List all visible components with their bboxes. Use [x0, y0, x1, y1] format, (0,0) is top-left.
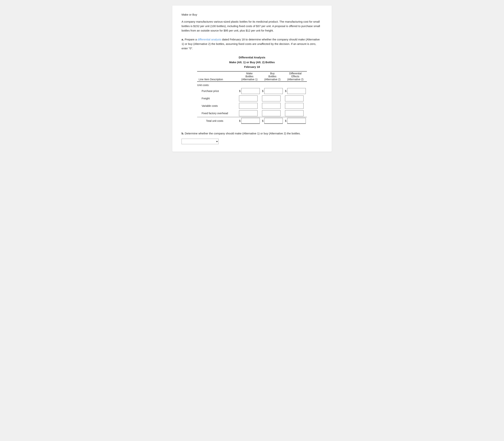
fixed-factory-make-cell [238, 110, 261, 117]
purchase-price-buy-wrap: $ [262, 88, 283, 94]
purchase-price-buy-input[interactable] [264, 88, 283, 94]
purchase-price-diff-wrap: $ [285, 88, 306, 94]
table-row-total: Total unit costs $ $ [197, 117, 307, 125]
variable-costs-make-input[interactable] [239, 103, 258, 109]
table-row-purchase-price: Purchase price $ $ [197, 87, 307, 95]
fixed-factory-buy-cell [261, 110, 284, 117]
fixed-factory-make-wrap [239, 110, 260, 116]
total-diff-wrap: $ [285, 118, 306, 124]
freight-label: Freight [197, 95, 238, 102]
dollar-sign-total-1: $ [239, 119, 241, 122]
col-line-item-header: Line Item Description [197, 71, 238, 81]
variable-costs-diff-input[interactable] [285, 103, 304, 109]
question-a-intro: Prepare a [185, 38, 198, 41]
freight-diff-wrap [285, 95, 306, 101]
col-buy-header: Buy Bottles (Alternative 2) [261, 71, 284, 81]
table-row-freight: Freight [197, 95, 307, 102]
table-title-line2: Make (Alt. 1) or Buy (Alt. 2) Bottles [197, 60, 307, 65]
answer-dropdown-wrap: Make (Alternative 1) Buy (Alternative 2) [181, 139, 219, 144]
freight-buy-wrap [262, 95, 283, 101]
dollar-sign-1: $ [239, 90, 241, 93]
question-b: b. Determine whether the company should … [181, 131, 323, 136]
total-buy-wrap: $ [262, 118, 283, 124]
purchase-price-diff-cell: $ [284, 87, 307, 95]
purchase-price-buy-cell: $ [261, 87, 284, 95]
variable-costs-diff-cell [284, 102, 307, 110]
diff-table: Line Item Description Make Bottles (Alte… [197, 71, 307, 125]
col-make-header: Make Bottles (Alternative 1) [238, 71, 261, 81]
total-buy-cell: $ [261, 117, 284, 125]
freight-diff-input[interactable] [285, 95, 304, 101]
question-b-text: Determine whether the company should mak… [185, 132, 301, 135]
table-title-line1: Differential Analysis [197, 55, 307, 60]
fixed-factory-diff-input[interactable] [285, 110, 304, 116]
unit-costs-label: Unit costs: [197, 81, 307, 87]
freight-buy-cell [261, 95, 284, 102]
table-row-fixed-factory: Fixed factory overhead [197, 110, 307, 117]
dollar-sign-2: $ [262, 90, 263, 93]
differential-analysis-table-wrapper: Differential Analysis Make (Alt. 1) or B… [197, 55, 307, 125]
purchase-price-diff-input[interactable] [287, 88, 306, 94]
total-make-input[interactable] [241, 118, 260, 124]
fixed-factory-make-input[interactable] [239, 110, 258, 116]
freight-make-wrap [239, 95, 260, 101]
answer-dropdown[interactable]: Make (Alternative 1) Buy (Alternative 2) [181, 139, 219, 144]
table-title: Differential Analysis Make (Alt. 1) or B… [197, 55, 307, 69]
dollar-sign-total-2: $ [262, 119, 263, 122]
total-label: Total unit costs [197, 117, 238, 125]
variable-costs-make-wrap [239, 103, 260, 109]
variable-costs-buy-wrap [262, 103, 283, 109]
table-header-row: Line Item Description Make Bottles (Alte… [197, 71, 307, 81]
freight-make-cell [238, 95, 261, 102]
question-b-label: b. [181, 132, 184, 135]
purchase-price-make-input[interactable] [241, 88, 260, 94]
question-a-highlight: differential analysis [198, 38, 221, 41]
page-title: Make or Buy [181, 13, 323, 16]
dollar-sign-total-3: $ [285, 119, 287, 122]
question-a-label: a. [181, 38, 184, 41]
freight-buy-input[interactable] [262, 95, 280, 101]
purchase-price-make-cell: $ [238, 87, 261, 95]
purchase-price-make-wrap: $ [239, 88, 260, 94]
intro-text: A company manufactures various-sized pla… [181, 19, 323, 33]
page-container: Make or Buy A company manufactures vario… [172, 6, 332, 152]
freight-make-input[interactable] [239, 95, 258, 101]
unit-costs-section: Unit costs: [197, 81, 307, 87]
variable-costs-buy-input[interactable] [262, 103, 280, 109]
total-make-wrap: $ [239, 118, 260, 124]
col-diff-header: Differential Effects (Alternative 2) [284, 71, 307, 81]
question-a: a. Prepare a differential analysis dated… [181, 37, 323, 51]
dollar-sign-3: $ [285, 90, 287, 93]
total-make-cell: $ [238, 117, 261, 125]
variable-costs-diff-wrap [285, 103, 306, 109]
total-diff-input[interactable] [287, 118, 306, 124]
total-buy-input[interactable] [264, 118, 283, 124]
table-title-line3: February 18 [197, 64, 307, 69]
variable-costs-buy-cell [261, 102, 284, 110]
purchase-price-label: Purchase price [197, 87, 238, 95]
fixed-factory-buy-input[interactable] [262, 110, 280, 116]
fixed-factory-diff-wrap [285, 110, 306, 116]
total-diff-cell: $ [284, 117, 307, 125]
freight-diff-cell [284, 95, 307, 102]
fixed-factory-diff-cell [284, 110, 307, 117]
table-row-variable-costs: Variable costs [197, 102, 307, 110]
fixed-factory-label: Fixed factory overhead [197, 110, 238, 117]
variable-costs-make-cell [238, 102, 261, 110]
fixed-factory-buy-wrap [262, 110, 283, 116]
variable-costs-label: Variable costs [197, 102, 238, 110]
